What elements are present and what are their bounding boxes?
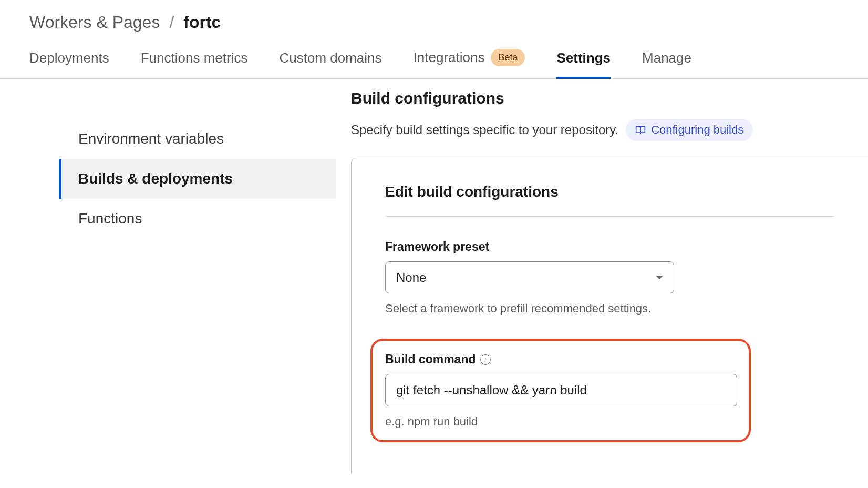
tab-integrations[interactable]: Integrations Beta	[414, 49, 525, 79]
tab-settings[interactable]: Settings	[556, 50, 611, 79]
tab-label: Integrations	[414, 49, 485, 66]
sidebar-item-builds-deployments[interactable]: Builds & deployments	[59, 159, 336, 199]
link-label: Configuring builds	[651, 123, 743, 137]
tab-custom-domains[interactable]: Custom domains	[279, 50, 381, 79]
section-description: Specify build settings specific to your …	[351, 123, 618, 137]
sidebar-item-functions[interactable]: Functions	[59, 199, 336, 239]
tab-label: Deployments	[29, 50, 109, 66]
framework-preset-label: Framework preset	[385, 240, 834, 254]
tab-functions-metrics[interactable]: Functions metrics	[141, 50, 248, 79]
book-icon	[635, 125, 646, 135]
breadcrumb: Workers & Pages / fortc	[0, 0, 868, 49]
build-command-input[interactable]	[385, 374, 737, 406]
settings-sidebar: Environment variables Builds & deploymen…	[0, 89, 336, 474]
section-title: Build configurations	[351, 89, 868, 107]
tab-bar: Deployments Functions metrics Custom dom…	[0, 49, 868, 79]
build-config-panel: Edit build configurations Framework pres…	[351, 158, 868, 474]
breadcrumb-root[interactable]: Workers & Pages	[29, 13, 160, 32]
tab-manage[interactable]: Manage	[642, 50, 691, 79]
sidebar-item-label: Functions	[78, 210, 142, 227]
panel-title: Edit build configurations	[385, 184, 834, 217]
configuring-builds-link[interactable]: Configuring builds	[626, 119, 753, 141]
tab-label: Custom domains	[279, 50, 381, 66]
build-command-label: Build command	[385, 352, 476, 367]
framework-preset-helper: Select a framework to prefill recommende…	[385, 302, 834, 316]
build-command-highlight: Build command i e.g. npm run build	[370, 339, 751, 442]
tab-label: Manage	[642, 50, 691, 66]
beta-badge: Beta	[491, 49, 525, 66]
breadcrumb-separator: /	[169, 13, 174, 32]
sidebar-item-label: Environment variables	[78, 130, 224, 147]
sidebar-item-environment-variables[interactable]: Environment variables	[59, 119, 336, 159]
tab-label: Settings	[556, 50, 611, 66]
build-command-helper: e.g. npm run build	[385, 415, 736, 429]
field-framework-preset: Framework preset None Select a framework…	[385, 240, 834, 316]
breadcrumb-current: fortc	[183, 13, 221, 32]
sidebar-item-label: Builds & deployments	[78, 170, 233, 187]
tab-deployments[interactable]: Deployments	[29, 50, 109, 79]
framework-preset-select[interactable]: None	[385, 261, 674, 293]
info-icon[interactable]: i	[480, 354, 491, 365]
tab-label: Functions metrics	[141, 50, 248, 66]
